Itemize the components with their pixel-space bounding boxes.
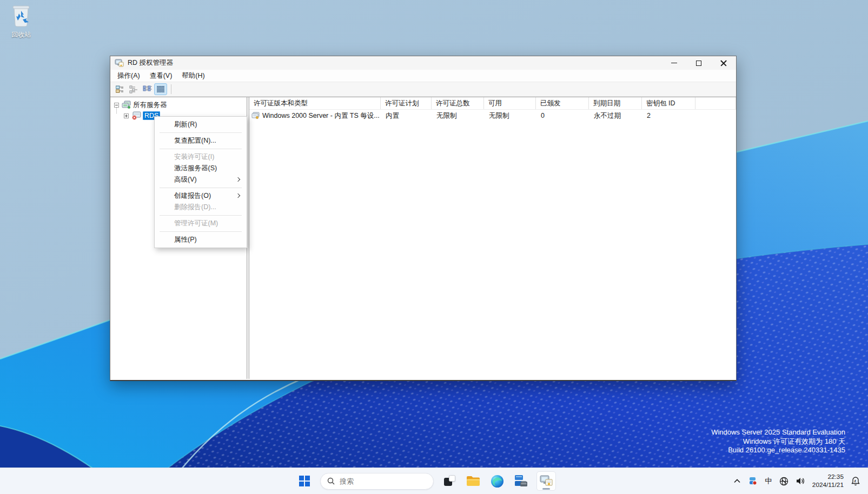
console-tree-toggle-button[interactable] <box>114 83 127 95</box>
column-header-filler <box>695 97 736 109</box>
server-status-icon <box>748 477 758 485</box>
rd-licensing-taskbar-icon <box>539 475 553 488</box>
context-menu-advanced-label: 高级(V) <box>174 176 197 183</box>
watermark-line-3: Build 26100.ge_release.240331-1435 <box>711 446 845 455</box>
menu-separator <box>160 132 242 133</box>
tray-overflow-button[interactable] <box>733 478 741 484</box>
server-manager-icon <box>514 475 528 488</box>
expand-icon[interactable] <box>124 114 129 118</box>
tray-time: 22:35 <box>812 473 844 481</box>
close-button[interactable] <box>711 56 736 70</box>
details-view-button[interactable] <box>154 83 167 95</box>
maximize-icon <box>696 61 701 66</box>
search-icon <box>327 477 335 485</box>
recycle-bin-desktop-icon[interactable]: 回收站 <box>5 4 37 39</box>
context-menu-refresh[interactable]: 刷新(R) <box>155 119 247 130</box>
rd-licensing-taskbar-button[interactable] <box>536 471 556 491</box>
tree-connector <box>116 107 117 114</box>
edge-browser-icon <box>491 475 504 488</box>
context-menu-review-configuration[interactable]: 复查配置(N)... <box>155 135 247 146</box>
search-input[interactable] <box>340 477 421 485</box>
window-title: RD 授权管理器 <box>128 58 173 68</box>
license-table-row[interactable]: Windows 2000 Server - 内置 TS 每设... 内置 无限制… <box>249 110 736 122</box>
action-pane-toggle-button[interactable] <box>127 83 140 95</box>
cell-issued: 0 <box>536 112 589 119</box>
license-certificate-icon <box>251 112 260 119</box>
context-menu-properties[interactable]: 属性(P) <box>155 234 247 245</box>
context-menu-create-report-label: 创建报告(O) <box>174 192 211 199</box>
all-servers-icon <box>122 101 131 109</box>
column-header-available[interactable]: 可用 <box>484 97 536 109</box>
close-icon <box>720 60 727 66</box>
cell-keypack-id: 2 <box>642 112 695 119</box>
taskbar-clock[interactable]: 22:35 2024/11/21 <box>812 473 844 489</box>
taskbar: 中 22:35 2024/11/21 z <box>0 468 868 494</box>
cell-total: 无限制 <box>432 111 484 121</box>
toolbar-separator <box>171 84 171 94</box>
license-list-pane: 许可证版本和类型 许可证计划 许可证总数 可用 已颁发 到期日期 密钥包 ID <box>249 97 736 379</box>
edge-browser-button[interactable] <box>489 473 505 489</box>
server-manager-button[interactable] <box>513 473 529 489</box>
tree-item-all-servers-label: 所有服务器 <box>133 101 167 110</box>
menu-view[interactable]: 查看(V) <box>145 70 177 82</box>
globe-no-network-icon <box>779 477 789 486</box>
notification-center-button[interactable]: z <box>851 476 860 486</box>
recycle-bin-label: 回收站 <box>5 30 37 39</box>
file-explorer-button[interactable] <box>465 473 481 489</box>
cell-version-type: Windows 2000 Server - 内置 TS 每设... <box>262 111 380 121</box>
column-header-keypack[interactable]: 密钥包 ID <box>642 97 695 109</box>
submenu-chevron-icon <box>236 177 240 182</box>
task-view-icon <box>444 478 452 486</box>
icons-view-button[interactable] <box>141 83 154 95</box>
volume-button[interactable] <box>796 477 805 485</box>
tree-item-all-servers[interactable]: 所有服务器 <box>110 99 247 110</box>
context-menu-advanced[interactable]: 高级(V) <box>155 174 247 185</box>
rds-context-menu: 刷新(R) 复查配置(N)... 安装许可证(I) 激活服务器(S) 高级(V)… <box>154 116 247 248</box>
rd-licensing-app-icon <box>115 59 124 68</box>
window-titlebar[interactable]: RD 授权管理器 <box>110 56 736 70</box>
windows-logo-icon <box>299 476 310 486</box>
column-header-program[interactable]: 许可证计划 <box>381 97 432 109</box>
column-header-expiry[interactable]: 到期日期 <box>589 97 642 109</box>
maximize-button[interactable] <box>686 56 711 70</box>
watermark-line-2: Windows 许可证有效期为 180 天 <box>711 437 845 446</box>
column-header-issued[interactable]: 已颁发 <box>536 97 589 109</box>
server-error-icon <box>131 111 141 120</box>
watermark-line-1: Windows Server 2025 Standard Evaluation <box>711 428 845 437</box>
start-button[interactable] <box>296 473 313 489</box>
menu-action[interactable]: 操作(A) <box>112 70 145 82</box>
task-view-button[interactable] <box>441 473 458 489</box>
toolbar <box>110 82 736 97</box>
menu-help[interactable]: 帮助(H) <box>177 70 209 82</box>
menu-separator <box>160 231 242 232</box>
network-button[interactable] <box>779 477 789 486</box>
taskbar-search-box[interactable] <box>320 473 434 490</box>
notification-bell-dnd-icon: z <box>851 476 860 486</box>
tray-date: 2024/11/21 <box>812 481 844 489</box>
evaluation-watermark: Windows Server 2025 Standard Evaluation … <box>711 428 845 455</box>
details-view-icon <box>156 85 165 93</box>
console-tree-toggle-icon <box>116 85 125 94</box>
context-menu-activate-server[interactable]: 激活服务器(S) <box>155 163 247 174</box>
context-menu-create-report[interactable]: 创建报告(O) <box>155 190 247 202</box>
context-menu-delete-reports: 删除报告(D)... <box>155 202 247 213</box>
recycle-bin-icon <box>11 4 31 27</box>
icons-view-icon <box>143 85 152 94</box>
cell-expiry: 永不过期 <box>589 111 642 121</box>
ime-indicator[interactable]: 中 <box>765 476 772 486</box>
minimize-button[interactable] <box>661 56 686 70</box>
submenu-chevron-icon <box>236 193 240 198</box>
speaker-icon <box>796 477 805 485</box>
menu-separator <box>160 188 242 188</box>
collapse-icon[interactable] <box>114 103 119 108</box>
file-explorer-icon <box>466 475 480 487</box>
svg-text:z: z <box>854 479 856 483</box>
column-header-version-type[interactable]: 许可证版本和类型 <box>249 97 381 109</box>
context-menu-install-licenses: 安装许可证(I) <box>155 151 247 163</box>
list-header-row: 许可证版本和类型 许可证计划 许可证总数 可用 已颁发 到期日期 密钥包 ID <box>249 97 736 110</box>
menu-separator <box>160 149 242 149</box>
menu-separator <box>160 215 242 216</box>
action-pane-toggle-icon <box>129 85 138 94</box>
tray-server-status-button[interactable] <box>748 477 758 485</box>
column-header-total[interactable]: 许可证总数 <box>432 97 484 109</box>
